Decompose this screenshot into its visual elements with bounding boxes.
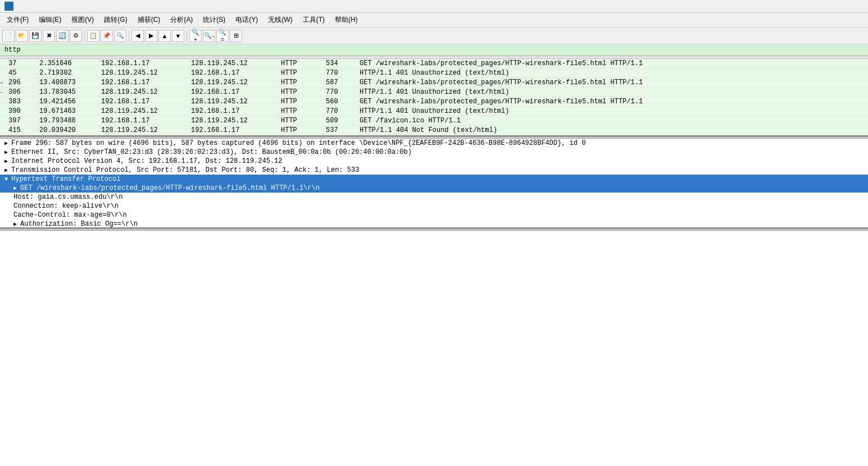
packet-cell-src: 192.168.1.17 bbox=[98, 117, 188, 125]
toolbar-btn-down[interactable]: ▼ bbox=[172, 30, 184, 42]
detail-line[interactable]: Internet Protocol Version 4, Src: 192.16… bbox=[0, 157, 868, 166]
packet-row[interactable]: 452.719302128.119.245.12192.168.1.17HTTP… bbox=[0, 68, 868, 78]
packet-cell-len: 770 bbox=[323, 88, 357, 96]
packet-cell-len: 587 bbox=[323, 79, 357, 86]
packet-cell-src: 128.119.245.12 bbox=[98, 126, 188, 134]
toolbar-btn-new[interactable]: 📄 bbox=[2, 30, 15, 42]
toolbar-btn-options[interactable]: ⚙ bbox=[70, 30, 82, 42]
packet-cell-prot: HTTP bbox=[278, 88, 323, 96]
menu-item-s[interactable]: 统计(S) bbox=[198, 14, 230, 26]
packet-cell-len: 509 bbox=[323, 117, 357, 125]
toolbar-btn-find[interactable]: 🔍 bbox=[114, 30, 126, 42]
packet-cell-info: GET /wireshark-labs/protected_pages/HTTP… bbox=[357, 98, 868, 106]
detail-panel: Frame 296: 587 bytes on wire (4696 bits)… bbox=[0, 139, 868, 229]
separator-1 bbox=[84, 30, 85, 42]
toolbar-btn-open[interactable]: 📂 bbox=[16, 30, 28, 42]
menu-item-f[interactable]: 文件(F) bbox=[2, 14, 33, 26]
packet-row[interactable]: 29613.408873192.168.1.17128.119.245.12HT… bbox=[0, 78, 868, 88]
packet-cell-dst: 128.119.245.12 bbox=[188, 60, 278, 67]
packet-cell-len: 534 bbox=[323, 60, 357, 67]
packet-cell-no: 383 bbox=[6, 98, 37, 106]
packet-cell-dst: 192.168.1.17 bbox=[188, 69, 278, 77]
packet-cell-time: 19.671463 bbox=[37, 107, 98, 115]
menu-item-w[interactable]: 无线(W) bbox=[263, 14, 297, 26]
packet-cell-dst: 128.119.245.12 bbox=[188, 117, 278, 125]
toolbar-btn-zoom-in[interactable]: 🔍+ bbox=[189, 30, 202, 42]
packet-cell-no: 397 bbox=[6, 117, 37, 125]
menu-item-h[interactable]: 帮助(H) bbox=[330, 14, 362, 26]
separator-2 bbox=[129, 30, 129, 42]
filter-input[interactable] bbox=[2, 45, 866, 54]
detail-line[interactable]: Ethernet II, Src: CyberTAN_02:23:d3 (28:… bbox=[0, 148, 868, 157]
packet-row[interactable]: 41520.039420128.119.245.12192.168.1.17HT… bbox=[0, 126, 868, 135]
packet-cell-dst: 128.119.245.12 bbox=[188, 98, 278, 106]
packet-cell-dst: 192.168.1.17 bbox=[188, 126, 278, 134]
packet-cell-no: 45 bbox=[6, 69, 37, 77]
packet-cell-no: 415 bbox=[6, 126, 37, 134]
packet-cell-time: 2.351646 bbox=[37, 60, 98, 67]
packet-cell-len: 770 bbox=[323, 69, 357, 77]
toolbar: 📄 📂 💾 ✖ 🔄 ⚙ 📋 📌 🔍 ◀ ▶ ▲ ▼ 🔍+ 🔍- 🔍= ⊞ bbox=[0, 28, 868, 44]
packet-rows: 372.351646192.168.1.17128.119.245.12HTTP… bbox=[0, 59, 868, 135]
packet-row[interactable]: 39719.793488192.168.1.17128.119.245.12HT… bbox=[0, 116, 868, 126]
packet-cell-src: 192.168.1.17 bbox=[98, 60, 188, 67]
menu-item-g[interactable]: 跳转(G) bbox=[99, 14, 131, 26]
packet-cell-dst: 192.168.1.17 bbox=[188, 88, 278, 96]
title-bar bbox=[0, 0, 868, 13]
menu-item-a[interactable]: 分析(A) bbox=[166, 14, 197, 26]
detail-line[interactable]: Frame 296: 587 bytes on wire (4696 bits)… bbox=[0, 139, 868, 148]
detail-line[interactable]: Authorization: Basic Og==\r\n bbox=[0, 220, 868, 229]
detail-line[interactable]: GET /wireshark-labs/protected_pages/HTTP… bbox=[0, 184, 868, 193]
packet-cell-prot: HTTP bbox=[278, 60, 323, 67]
packet-cell-no: 37 bbox=[6, 60, 37, 67]
packet-cell-src: 192.168.1.17 bbox=[98, 79, 188, 86]
detail-line[interactable]: Connection: keep-alive\r\n bbox=[0, 202, 868, 211]
packet-cell-src: 128.119.245.12 bbox=[98, 107, 188, 115]
toolbar-btn-back[interactable]: ◀ bbox=[131, 30, 144, 42]
menu-item-e[interactable]: 编辑(E) bbox=[34, 14, 66, 26]
packet-cell-src: 128.119.245.12 bbox=[98, 69, 188, 77]
separator-3 bbox=[187, 30, 187, 42]
toolbar-btn-up[interactable]: ▲ bbox=[158, 30, 171, 42]
packet-cell-prot: HTTP bbox=[278, 117, 323, 125]
packet-cell-time: 13.408873 bbox=[37, 79, 98, 86]
menu-item-v[interactable]: 视图(V) bbox=[67, 14, 98, 26]
packet-cell-info: GET /favicon.ico HTTP/1.1 bbox=[357, 117, 868, 125]
menu-item-t[interactable]: 工具(T) bbox=[298, 14, 329, 26]
toolbar-btn-reload[interactable]: 🔄 bbox=[56, 30, 69, 42]
packet-cell-src: 128.119.245.12 bbox=[98, 88, 188, 96]
packet-cell-prot: HTTP bbox=[278, 69, 323, 77]
packet-row[interactable]: 372.351646192.168.1.17128.119.245.12HTTP… bbox=[0, 59, 868, 68]
packet-cell-info: HTTP/1.1 401 Unauthorized (text/html) bbox=[357, 107, 868, 115]
packet-cell-info: GET /wireshark-labs/protected_pages/HTTP… bbox=[357, 79, 868, 86]
hex-panel bbox=[0, 231, 868, 235]
detail-line[interactable]: Transmission Control Protocol, Src Port:… bbox=[0, 166, 868, 175]
packet-cell-prot: HTTP bbox=[278, 126, 323, 134]
packet-cell-prot: HTTP bbox=[278, 98, 323, 106]
detail-line[interactable]: Host: gaia.cs.umass.edu\r\n bbox=[0, 193, 868, 202]
packet-cell-no: 390 bbox=[6, 107, 37, 115]
toolbar-btn-save[interactable]: 💾 bbox=[29, 30, 42, 42]
filter-bar bbox=[0, 44, 868, 56]
packet-cell-time: 2.719302 bbox=[37, 69, 98, 77]
toolbar-btn-zoom-out[interactable]: 🔍- bbox=[203, 30, 215, 42]
toolbar-btn-forward[interactable]: ▶ bbox=[145, 30, 157, 42]
toolbar-btn-close[interactable]: ✖ bbox=[43, 30, 55, 42]
packet-cell-time: 20.039420 bbox=[37, 126, 98, 134]
toolbar-btn-paste[interactable]: 📌 bbox=[101, 30, 113, 42]
menu-item-y[interactable]: 电话(Y) bbox=[231, 14, 262, 26]
toolbar-btn-zoom-reset[interactable]: 🔍= bbox=[216, 30, 229, 42]
packet-row[interactable]: 38319.421456192.168.1.17128.119.245.12HT… bbox=[0, 97, 868, 107]
menu-item-c[interactable]: 捕获(C) bbox=[133, 14, 165, 26]
toolbar-btn-layout[interactable]: ⊞ bbox=[230, 30, 242, 42]
detail-line[interactable]: Hypertext Transfer Protocol bbox=[0, 175, 868, 184]
detail-line[interactable]: Cache-Control: max-age=0\r\n bbox=[0, 211, 868, 220]
packet-cell-len: 770 bbox=[323, 107, 357, 115]
packet-cell-info: HTTP/1.1 404 Not Found (text/html) bbox=[357, 126, 868, 134]
toolbar-btn-copy[interactable]: 📋 bbox=[87, 30, 99, 42]
packet-row[interactable]: 39019.671463128.119.245.12192.168.1.17HT… bbox=[0, 107, 868, 116]
packet-list: 372.351646192.168.1.17128.119.245.12HTTP… bbox=[0, 56, 868, 136]
packet-row[interactable]: 30613.783045128.119.245.12192.168.1.17HT… bbox=[0, 88, 868, 97]
packet-cell-time: 19.421456 bbox=[37, 98, 98, 106]
packet-cell-no: 296 bbox=[6, 79, 37, 86]
